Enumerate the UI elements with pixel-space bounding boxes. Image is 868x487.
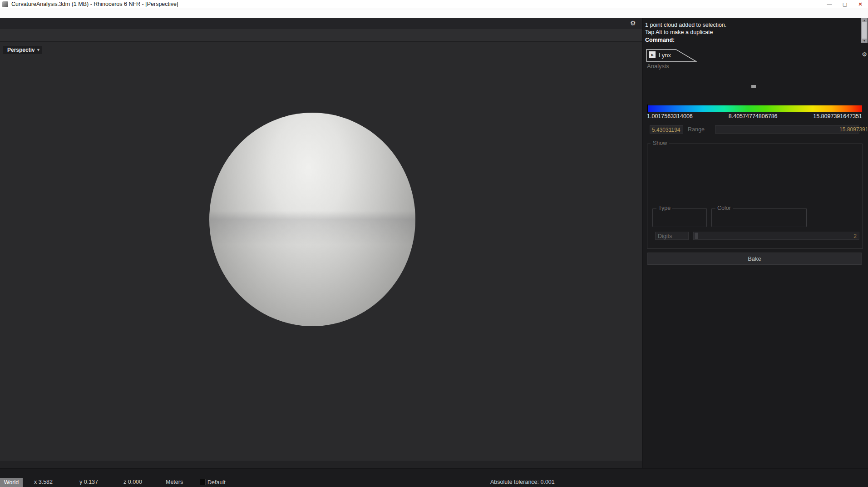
color-groupbox: Color	[711, 208, 807, 227]
scroll-up-icon[interactable]: ▲	[863, 19, 866, 22]
gradient-max-value: 15.8097391647351	[813, 113, 862, 119]
osnap-bar	[0, 468, 868, 478]
command-prompt[interactable]: Command:	[645, 37, 675, 43]
command-history-line: 1 point cloud added to selection.	[645, 22, 726, 28]
type-group-label: Type	[656, 205, 672, 211]
analyzed-sphere	[209, 113, 415, 326]
digits-label: Digits	[655, 232, 689, 240]
tolerance-readout: Absolute tolerance: 0.001	[490, 479, 555, 485]
digits-value: 2	[853, 233, 857, 239]
bake-button[interactable]: Bake	[647, 253, 862, 265]
scroll-down-icon[interactable]: ▼	[863, 39, 866, 42]
toolbar	[0, 29, 642, 42]
type-groupbox: Type	[652, 208, 707, 227]
layer-color-swatch	[200, 479, 206, 485]
gradient-values: 1.0017563314006 8.40574774806786 15.8097…	[647, 113, 862, 119]
gear-icon[interactable]: ⚙	[630, 20, 636, 26]
panel-gear-icon[interactable]: ⚙	[862, 51, 867, 58]
close-icon[interactable]: ✕	[853, 0, 868, 8]
mesh-sphere	[0, 42, 195, 378]
range-high-value: 15.8097391	[839, 126, 868, 133]
curvature-gradient-bar[interactable]	[647, 105, 862, 112]
coord-z: z 0.000	[123, 479, 142, 485]
command-scrollbar[interactable]: ▲▼	[861, 18, 868, 43]
viewport-menu-arrow-icon[interactable]: ▼	[35, 46, 42, 54]
digits-slider[interactable]: 2	[693, 232, 859, 240]
window-title: CurvatureAnalysis.3dm (1 MB) - Rhinocero…	[11, 1, 178, 7]
range-row: 5.43031194 Range 15.8097391	[642, 125, 868, 134]
gradient-mid-value: 8.40574774806786	[729, 113, 778, 119]
show-group-label: Show	[651, 140, 669, 146]
toolbar-tab-row	[0, 18, 642, 29]
color-group-label: Color	[715, 205, 733, 211]
rhino-window: CurvatureAnalysis.3dm (1 MB) - Rhinocero…	[0, 0, 868, 487]
scroll-thumb[interactable]	[862, 22, 867, 39]
title-bar: CurvatureAnalysis.3dm (1 MB) - Rhinocero…	[0, 0, 868, 8]
maximize-icon[interactable]: ▢	[837, 0, 853, 8]
gradient-min-value: 1.0017563314006	[647, 113, 693, 119]
coord-y: y 0.137	[79, 479, 98, 485]
viewport-footer-strip	[0, 461, 642, 468]
right-panel: 1 point cloud added to selection. Tap Al…	[642, 18, 868, 468]
range-input[interactable]	[715, 125, 859, 134]
panel-tab-label[interactable]: Lynx	[659, 52, 671, 59]
coord-x: x 3.582	[34, 479, 53, 485]
gradient-marker[interactable]	[647, 104, 648, 113]
digits-slider-handle[interactable]	[695, 233, 698, 239]
digits-row: Digits 2	[642, 232, 868, 241]
panel-section-title: Analysis	[647, 63, 669, 70]
command-history-line: Tap Alt to make a duplicate	[645, 29, 713, 35]
layer-button[interactable]: Default	[200, 479, 226, 486]
units-button[interactable]: Meters	[166, 479, 183, 485]
range-label: Range	[688, 126, 705, 133]
rhino-logo-icon	[2, 1, 8, 7]
status-bar: World x 3.582 y 0.137 z 0.000 Meters Def…	[0, 478, 868, 487]
cplane-button[interactable]: World	[0, 478, 23, 487]
viewport-canvas[interactable]: Perspective ▼	[0, 42, 642, 461]
range-low-input[interactable]: 5.43031194	[650, 125, 683, 134]
minimize-icon[interactable]: —	[822, 0, 837, 8]
menu-bar	[0, 8, 868, 19]
lynx-panel-icon: ➤	[649, 51, 656, 58]
panel-collapse-handle[interactable]	[751, 85, 756, 88]
